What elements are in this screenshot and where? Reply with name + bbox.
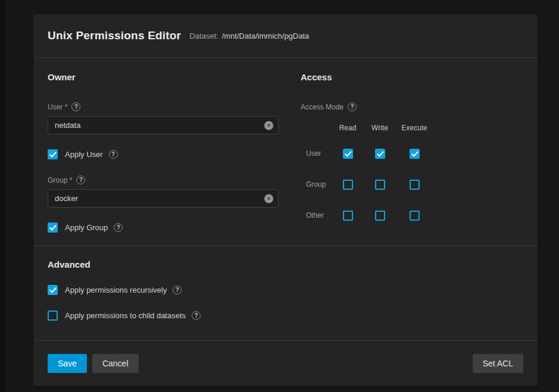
page-title: Unix Permissions Editor xyxy=(48,29,181,42)
other-execute-checkbox[interactable] xyxy=(410,211,420,221)
row-label-group: Group xyxy=(301,169,332,200)
help-icon[interactable]: ? xyxy=(192,311,201,320)
apply-user-label: Apply User xyxy=(65,150,103,159)
apply-group-label: Apply Group xyxy=(65,223,108,232)
group-input[interactable] xyxy=(48,189,279,208)
dataset-path: /mnt/Data/immich/pgData xyxy=(222,32,310,40)
column-header-read: Read xyxy=(332,124,364,138)
user-field-label-row: User * ? xyxy=(48,102,279,111)
dialog-body: Owner User * ? ✕ Apply User ? Group * ? … xyxy=(33,58,538,233)
user-field-label: User * xyxy=(48,103,67,111)
help-icon[interactable]: ? xyxy=(109,150,118,159)
left-edge-strip xyxy=(0,0,5,392)
clear-icon[interactable]: ✕ xyxy=(264,121,273,130)
help-icon[interactable]: ? xyxy=(71,102,80,111)
help-icon[interactable]: ? xyxy=(114,223,123,232)
help-icon[interactable]: ? xyxy=(76,175,85,184)
access-mode-table: Read Write Execute User Group Other xyxy=(301,124,523,231)
dialog-header: Unix Permissions Editor Dataset:/mnt/Dat… xyxy=(33,14,538,58)
row-label-user: User xyxy=(301,138,332,169)
apply-recursively-row: Apply permissions recursively ? xyxy=(48,285,523,295)
user-input[interactable] xyxy=(48,116,279,134)
advanced-section: Advanced Apply permissions recursively ?… xyxy=(33,246,538,336)
user-execute-checkbox[interactable] xyxy=(410,149,420,159)
access-mode-label-row: Access Mode ? xyxy=(301,102,523,111)
clear-icon[interactable]: ✕ xyxy=(264,194,273,203)
access-section: Access Access Mode ? Read Write Execute … xyxy=(301,58,523,233)
column-header-write: Write xyxy=(364,124,396,138)
row-label-other: Other xyxy=(301,200,332,231)
apply-child-datasets-checkbox[interactable] xyxy=(48,311,58,321)
set-acl-button[interactable]: Set ACL xyxy=(473,354,523,373)
user-input-wrap: ✕ xyxy=(48,116,279,134)
apply-group-checkbox[interactable] xyxy=(48,222,58,233)
apply-child-datasets-label: Apply permissions to child datasets xyxy=(65,311,186,320)
owner-section: Owner User * ? ✕ Apply User ? Group * ? … xyxy=(48,58,279,233)
other-write-checkbox[interactable] xyxy=(375,211,385,221)
access-mode-label: Access Mode xyxy=(301,103,343,111)
cancel-button[interactable]: Cancel xyxy=(92,354,139,373)
dataset-info: Dataset:/mnt/Data/immich/pgData xyxy=(189,32,309,40)
apply-user-checkbox[interactable] xyxy=(48,149,58,159)
group-field-label: Group * xyxy=(48,176,72,184)
other-read-checkbox[interactable] xyxy=(343,211,353,221)
user-write-checkbox[interactable] xyxy=(375,149,385,159)
apply-user-row: Apply User ? xyxy=(48,149,279,159)
owner-section-title: Owner xyxy=(48,72,279,82)
group-execute-checkbox[interactable] xyxy=(410,180,420,190)
column-header-execute: Execute xyxy=(396,124,433,138)
advanced-section-title: Advanced xyxy=(48,259,523,269)
group-read-checkbox[interactable] xyxy=(343,180,353,190)
dataset-label: Dataset: xyxy=(189,32,218,40)
help-icon[interactable]: ? xyxy=(348,102,357,111)
save-button[interactable]: Save xyxy=(48,354,87,373)
unix-permissions-editor-dialog: Unix Permissions Editor Dataset:/mnt/Dat… xyxy=(33,14,538,386)
apply-recursively-checkbox[interactable] xyxy=(48,285,58,295)
dialog-footer: Save Cancel Set ACL xyxy=(33,340,538,386)
table-corner xyxy=(301,124,332,138)
user-read-checkbox[interactable] xyxy=(343,149,353,159)
access-section-title: Access xyxy=(301,72,523,82)
group-write-checkbox[interactable] xyxy=(375,180,385,190)
apply-child-datasets-row: Apply permissions to child datasets ? xyxy=(48,311,523,321)
group-input-wrap: ✕ xyxy=(48,189,279,208)
group-field-label-row: Group * ? xyxy=(48,175,279,184)
apply-group-row: Apply Group ? xyxy=(48,222,279,233)
apply-recursively-label: Apply permissions recursively xyxy=(65,286,167,294)
help-icon[interactable]: ? xyxy=(173,286,182,294)
